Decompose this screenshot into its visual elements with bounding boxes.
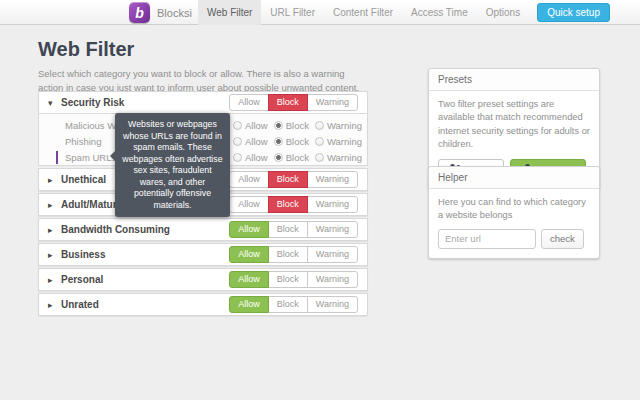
- action-toggle-group: Allow Block Warning: [229, 94, 358, 111]
- allow-radio[interactable]: [233, 153, 242, 162]
- action-toggle-group: Allow Block Warning: [229, 171, 358, 188]
- warning-button[interactable]: Warning: [307, 271, 358, 288]
- subcategory-name: Phishing: [65, 136, 101, 147]
- block-radio[interactable]: [274, 137, 283, 146]
- helper-description: Here you can find to which category a we…: [438, 196, 590, 223]
- action-toggle-group: Allow Block Warning: [229, 271, 358, 288]
- category-row-unrated[interactable]: ▸ Unrated Allow Block Warning: [38, 293, 368, 316]
- chevron-right-icon: ▸: [48, 250, 61, 260]
- warning-radio-label: Warning: [327, 120, 362, 131]
- allow-button[interactable]: Allow: [229, 196, 269, 213]
- action-radio-group: Allow Block Warning: [233, 136, 362, 147]
- helper-panel-title: Helper: [429, 167, 599, 189]
- warning-button[interactable]: Warning: [307, 196, 358, 213]
- warning-radio-label: Warning: [327, 136, 362, 147]
- action-radio-group: Allow Block Warning: [233, 120, 362, 131]
- action-toggle-group: Allow Block Warning: [229, 296, 358, 313]
- warning-radio-label: Warning: [327, 152, 362, 163]
- tab-content-filter[interactable]: Content Filter: [324, 0, 402, 25]
- block-button[interactable]: Block: [268, 246, 308, 263]
- warning-radio[interactable]: [315, 153, 324, 162]
- allow-button[interactable]: Allow: [229, 94, 269, 111]
- tab-url-filter[interactable]: URL Filter: [261, 0, 324, 25]
- tooltip-text: Websites or webpages whose URLs are foun…: [122, 119, 222, 210]
- blocksi-logo-icon: b: [129, 2, 150, 23]
- quick-setup-button[interactable]: Quick setup: [537, 3, 610, 22]
- tab-web-filter[interactable]: Web Filter: [198, 0, 261, 25]
- block-button[interactable]: Block: [268, 296, 308, 313]
- warning-button[interactable]: Warning: [307, 221, 358, 238]
- allow-radio-label: Allow: [245, 120, 268, 131]
- allow-button[interactable]: Allow: [229, 296, 269, 313]
- presets-description: Two filter preset settings are available…: [438, 98, 590, 152]
- warning-button[interactable]: Warning: [307, 296, 358, 313]
- page-title: Web Filter: [38, 38, 134, 61]
- tab-access-time[interactable]: Access Time: [402, 0, 477, 25]
- allow-radio[interactable]: [233, 121, 242, 130]
- allow-radio[interactable]: [233, 137, 242, 146]
- warning-radio[interactable]: [315, 137, 324, 146]
- block-button[interactable]: Block: [268, 221, 308, 238]
- action-radio-group: Allow Block Warning: [233, 152, 362, 163]
- allow-button[interactable]: Allow: [229, 171, 269, 188]
- tooltip-arrow-icon: [110, 151, 115, 161]
- presets-panel-title: Presets: [429, 69, 599, 91]
- chevron-right-icon: ▸: [48, 200, 61, 210]
- chevron-right-icon: ▸: [48, 275, 61, 285]
- helper-panel: Helper Here you can find to which catego…: [428, 166, 600, 259]
- chevron-down-icon: ▾: [48, 98, 61, 108]
- allow-button[interactable]: Allow: [229, 221, 269, 238]
- allow-radio-label: Allow: [245, 152, 268, 163]
- block-button[interactable]: Block: [268, 94, 308, 111]
- category-name: Unethical: [61, 174, 106, 185]
- chevron-right-icon: ▸: [48, 225, 61, 235]
- category-row-bandwidth-consuming[interactable]: ▸ Bandwidth Consuming Allow Block Warnin…: [38, 218, 368, 241]
- hover-marker: [56, 151, 58, 164]
- chevron-right-icon: ▸: [48, 300, 61, 310]
- block-radio-label: Block: [286, 120, 309, 131]
- category-name: Bandwidth Consuming: [61, 224, 170, 235]
- category-name: Unrated: [61, 299, 99, 310]
- action-toggle-group: Allow Block Warning: [229, 221, 358, 238]
- block-radio-label: Block: [286, 152, 309, 163]
- header-bar: b Blocksi Web Filter URL Filter Content …: [0, 0, 640, 25]
- category-row-business[interactable]: ▸ Business Allow Block Warning: [38, 243, 368, 266]
- subcategory-name: Spam URLs: [65, 152, 116, 163]
- warning-button[interactable]: Warning: [307, 94, 358, 111]
- block-radio-label: Block: [286, 136, 309, 147]
- category-name: Security Risk: [61, 97, 124, 108]
- category-name: Personal: [61, 274, 103, 285]
- check-button[interactable]: check: [541, 229, 584, 249]
- category-row-personal[interactable]: ▸ Personal Allow Block Warning: [38, 268, 368, 291]
- block-radio[interactable]: [274, 121, 283, 130]
- block-button[interactable]: Block: [268, 196, 308, 213]
- brand-name: Blocksi: [157, 7, 192, 19]
- allow-button[interactable]: Allow: [229, 246, 269, 263]
- allow-radio-label: Allow: [245, 136, 268, 147]
- block-button[interactable]: Block: [268, 271, 308, 288]
- block-button[interactable]: Block: [268, 171, 308, 188]
- category-name: Business: [61, 249, 105, 260]
- block-radio[interactable]: [274, 153, 283, 162]
- tab-options[interactable]: Options: [477, 0, 529, 25]
- allow-button[interactable]: Allow: [229, 271, 269, 288]
- warning-radio[interactable]: [315, 121, 324, 130]
- action-toggle-group: Allow Block Warning: [229, 246, 358, 263]
- url-input[interactable]: [438, 229, 536, 249]
- category-tooltip: Websites or webpages whose URLs are foun…: [115, 113, 230, 217]
- action-toggle-group: Allow Block Warning: [229, 196, 358, 213]
- category-row-security-risk[interactable]: ▾ Security Risk Allow Block Warning: [38, 91, 368, 114]
- warning-button[interactable]: Warning: [307, 246, 358, 263]
- header-nav: Web Filter URL Filter Content Filter Acc…: [198, 0, 610, 25]
- warning-button[interactable]: Warning: [307, 171, 358, 188]
- chevron-right-icon: ▸: [48, 175, 61, 185]
